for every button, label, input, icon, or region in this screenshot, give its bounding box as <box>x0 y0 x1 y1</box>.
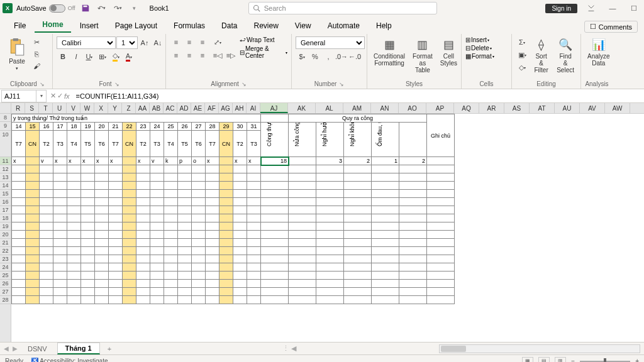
percent-icon[interactable]: % <box>309 51 321 62</box>
number-format-select[interactable]: General <box>296 36 365 49</box>
row-header[interactable]: 9 <box>0 122 11 131</box>
column-header[interactable]: Y <box>108 103 122 113</box>
column-header[interactable]: AQ <box>454 103 479 113</box>
align-middle-icon[interactable]: ≡ <box>183 36 196 48</box>
font-color-icon[interactable]: A▾ <box>123 51 135 62</box>
undo-icon[interactable]: ↶▾ <box>96 2 108 14</box>
column-header[interactable]: AC <box>164 103 177 113</box>
column-header[interactable]: AE <box>191 103 205 113</box>
autosum-icon[interactable]: Σ▾ <box>516 36 528 48</box>
tab-prev-icon[interactable]: ◀ <box>4 345 9 352</box>
format-painter-icon[interactable]: 🖌 <box>30 60 43 72</box>
new-sheet-icon[interactable]: + <box>103 345 116 353</box>
row-header[interactable]: 19 <box>0 222 11 231</box>
qat-customize-icon[interactable]: ▾ <box>128 2 141 14</box>
column-header[interactable]: AV <box>580 103 605 113</box>
column-header[interactable]: AH <box>233 103 247 113</box>
spreadsheet-grid[interactable]: RSTUVWXYZAAABACADAEAFAGAHAIAJAKALAMANAOA… <box>0 103 644 342</box>
align-center-icon[interactable]: ≡ <box>183 50 196 61</box>
clipboard-launcher-icon[interactable]: ↘ <box>40 81 45 87</box>
sort-filter-button[interactable]: ⟠Sort & Filter <box>531 36 552 75</box>
orientation-icon[interactable]: ⤢▾ <box>211 36 224 48</box>
column-header[interactable]: AJ <box>260 103 288 113</box>
column-header[interactable]: AT <box>530 103 555 113</box>
underline-button[interactable]: U▾ <box>83 51 96 62</box>
cancel-formula-icon[interactable]: ✕ <box>50 92 56 100</box>
column-header[interactable]: AU <box>555 103 580 113</box>
column-header[interactable]: U <box>53 103 67 113</box>
sheet-tab-thang1[interactable]: Tháng 1 <box>57 343 100 354</box>
row-header[interactable]: 8 <box>0 114 11 122</box>
row-header[interactable]: 27 <box>0 288 11 296</box>
analyze-data-button[interactable]: 📊Analyze Data <box>585 36 613 68</box>
menu-home[interactable]: Home <box>35 18 70 33</box>
menu-automate[interactable]: Automate <box>320 19 367 33</box>
zoom-slider[interactable] <box>580 361 630 362</box>
zoom-in-icon[interactable]: + <box>635 358 639 362</box>
column-header[interactable]: AB <box>150 103 164 113</box>
row-header[interactable]: 24 <box>0 263 11 272</box>
menu-file[interactable]: File <box>6 19 33 33</box>
decrease-font-icon[interactable]: A↓ <box>152 37 164 48</box>
toggle-switch[interactable] <box>49 4 65 13</box>
search-box[interactable]: Search <box>248 2 437 14</box>
borders-icon[interactable]: ⊞▾ <box>96 51 109 62</box>
cut-icon[interactable]: ✂ <box>30 36 43 48</box>
italic-button[interactable]: I <box>70 51 82 62</box>
row-header[interactable]: 18 <box>0 214 11 222</box>
column-header[interactable]: AK <box>288 103 316 113</box>
column-header[interactable]: AL <box>316 103 343 113</box>
row-header[interactable]: 22 <box>0 247 11 255</box>
cells-insert-button[interactable]: ⊞ Insert ▾ <box>465 36 489 43</box>
column-header[interactable]: Z <box>122 103 136 113</box>
alignment-launcher-icon[interactable]: ↘ <box>242 81 247 87</box>
save-icon[interactable] <box>79 2 92 14</box>
cells[interactable]: y trong tháng/ Thứ trong tuầnQuy ra công… <box>11 114 631 304</box>
row-header[interactable]: 11 <box>0 157 11 165</box>
fill-icon[interactable]: ▣▾ <box>516 49 528 60</box>
row-header[interactable]: 12 <box>0 165 11 173</box>
column-header[interactable]: AD <box>177 103 191 113</box>
row-header[interactable]: 16 <box>0 198 11 206</box>
column-header[interactable]: AI <box>247 103 260 113</box>
menu-formulas[interactable]: Formulas <box>166 19 213 33</box>
find-select-button[interactable]: 🔍Find & Select <box>554 36 577 75</box>
column-header[interactable]: AM <box>343 103 371 113</box>
row-header[interactable]: 20 <box>0 231 11 239</box>
row-header[interactable]: 25 <box>0 272 11 280</box>
increase-font-icon[interactable]: A↑ <box>138 37 151 48</box>
column-header[interactable]: S <box>25 103 39 113</box>
increase-indent-icon[interactable]: ≡▷ <box>225 50 237 61</box>
font-size-select[interactable]: 11 <box>116 36 138 49</box>
decrease-decimal-icon[interactable]: ←.0 <box>348 51 361 62</box>
name-box-dropdown-icon[interactable]: ▾ <box>36 90 47 102</box>
menu-page-layout[interactable]: Page Layout <box>108 19 165 33</box>
column-header[interactable]: AW <box>605 103 630 113</box>
cell-styles-button[interactable]: ▤Cell Styles <box>438 36 460 68</box>
fill-color-icon[interactable]: ◇▾ <box>109 51 122 62</box>
column-header[interactable]: T <box>39 103 53 113</box>
format-as-table-button[interactable]: ▥Format as Table <box>410 36 435 75</box>
row-header[interactable]: 10 <box>0 131 11 157</box>
column-header[interactable]: AP <box>426 103 454 113</box>
name-box[interactable]: AJ11 <box>1 90 36 102</box>
minimize-icon[interactable]: — <box>605 2 620 14</box>
column-header[interactable]: R <box>11 103 25 113</box>
menu-data[interactable]: Data <box>214 19 245 33</box>
column-header[interactable]: AR <box>479 103 504 113</box>
menu-review[interactable]: Review <box>246 19 286 33</box>
increase-decimal-icon[interactable]: .0→ <box>335 51 348 62</box>
column-header[interactable]: X <box>94 103 108 113</box>
column-header[interactable]: AF <box>205 103 219 113</box>
row-header[interactable]: 14 <box>0 182 11 190</box>
bold-button[interactable]: B <box>57 51 69 62</box>
number-launcher-icon[interactable]: ↘ <box>339 81 344 87</box>
column-header[interactable]: V <box>67 103 80 113</box>
horizontal-scrollbar[interactable] <box>439 344 640 353</box>
signin-button[interactable]: Sign in <box>545 4 577 13</box>
merge-center-button[interactable]: ⊟ Merge & Center ▾ <box>240 45 287 59</box>
font-name-select[interactable]: Calibri <box>57 36 116 49</box>
paste-button[interactable]: Paste ▾ <box>6 36 28 72</box>
copy-icon[interactable]: ⎘ <box>30 48 43 60</box>
column-header[interactable]: W <box>80 103 94 113</box>
